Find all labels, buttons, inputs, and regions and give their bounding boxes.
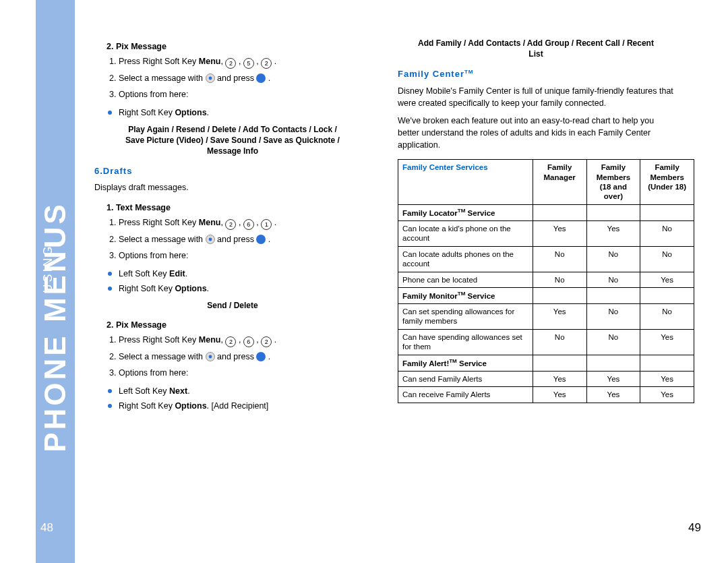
page-number-right: 49 [688,521,701,535]
key-5-icon: 5 [243,58,254,69]
table-row: Family Alert!TM Service [398,355,694,371]
value-cell [533,204,586,220]
key-2-icon: 2 [225,58,236,69]
value-cell: Yes [533,221,586,247]
tab-main-text: PHONE MENUS [38,202,72,452]
value-cell: No [533,246,586,272]
nav-icon [206,235,215,244]
value-cell: No [640,246,694,272]
value-cell: No [640,304,694,330]
key-2-icon: 2 [225,219,236,230]
service-cell: Family Alert!TM Service [398,355,533,371]
table-row: Can set spending allowances for family m… [398,304,694,330]
table-row: Family MonitorTM Service [398,287,694,303]
service-cell: Can set spending allowances for family m… [398,304,533,330]
drafts-heading: 6.Drafts [94,166,371,176]
value-cell: No [586,329,640,355]
key-1-icon: 1 [261,219,272,230]
send-delete: Send / Delete [121,300,344,311]
value-cell [533,287,586,303]
pix-steps: Press Right Soft Key Menu, 2 , 5 , 2 . S… [108,55,371,101]
svg-point-1 [208,77,212,80]
table-row: Can send Family AlertsYesYesYes [398,371,694,386]
ok-icon [256,73,266,83]
drafts-intro: Displays draft messages. [94,181,371,194]
value-cell: No [533,329,586,355]
step-2: Select a message with and press . [119,72,371,85]
col-members-18over: FamilyMembers(18 and over) [586,160,640,205]
value-cell: No [586,272,640,287]
left-column: 2. Pix Message Press Right Soft Key Menu… [94,32,371,415]
value-cell: Yes [640,329,694,355]
value-cell [640,204,694,220]
value-cell [586,204,640,220]
bullet-options: Right Soft Key Options. [108,283,371,295]
service-cell: Can send Family Alerts [398,371,533,386]
value-cell [586,287,640,303]
value-cell: Yes [533,371,586,386]
value-cell: No [586,304,640,330]
value-cell [586,355,640,371]
text-message-heading: 1. Text Message [107,203,371,212]
bullet-options-recipient: Right Soft Key Options. [Add Recipient] [108,400,371,412]
key-2-icon: 2 [225,336,236,347]
service-cell: Family LocatorTM Service [398,204,533,220]
service-cell: Can locate adults phones on the account [398,246,533,272]
table-row: Family LocatorTM Service [398,204,694,220]
service-cell: Can locate a kid's phone on the account [398,221,533,247]
key-6-icon: 6 [243,336,254,347]
table-row: Can receive Family AlertsYesYesYes [398,387,694,403]
svg-point-5 [208,355,212,359]
service-cell: Phone can be located [398,272,533,287]
value-cell: Yes [586,371,640,386]
nav-icon [206,352,215,361]
value-cell: Yes [533,387,586,403]
service-cell: Can receive Family Alerts [398,387,533,403]
step-1: Press Right Soft Key Menu, 2 , 5 , 2 . [119,55,371,69]
value-cell: Yes [640,272,694,287]
right-column: Add Family / Add Contacts / Add Group / … [398,32,674,403]
value-cell: No [533,272,586,287]
value-cell [533,355,586,371]
step-3: Options from here: [119,367,371,380]
key-2-icon: 2 [261,58,272,69]
ok-icon [256,235,266,244]
table-row: Can have spending allowances set for the… [398,329,694,355]
value-cell: No [586,246,640,272]
bullet-options: Right Soft Key Options. [108,107,371,119]
table-row: Can locate adults phones on the accountN… [398,246,694,272]
pix-message-heading: 2. Pix Message [107,42,371,51]
table-row: Can locate a kid's phone on the accountY… [398,221,694,247]
step-2: Select a message with and press . [119,233,371,246]
col-members-under18: FamilyMembers(Under 18) [640,160,694,205]
family-center-para-2: We've broken each feature out into an ea… [398,115,674,151]
options-list: Play Again / Resend / Delete / Add To Co… [121,124,344,157]
value-cell: Yes [533,304,586,330]
family-center-para-1: Disney Mobile's Family Center is full of… [398,85,674,109]
page-number-left: 48 [40,521,53,535]
pix2-steps: Press Right Soft Key Menu, 2 , 6 , 2 . S… [108,334,371,380]
value-cell: No [640,221,694,247]
step-3: Options from here: [119,249,371,262]
bullet-next: Left Soft Key Next. [108,385,371,397]
family-center-heading: Family CenterTM [398,69,674,79]
key-2-icon: 2 [261,336,272,347]
section-tab: USING PHONE MENUS [36,0,75,563]
service-cell: Family MonitorTM Service [398,287,533,303]
add-family-line: Add Family / Add Contacts / Add Group / … [418,38,654,59]
table-row: Phone can be locatedNoNoYes [398,272,694,287]
ok-icon [256,352,266,361]
pix-message-heading-2: 2. Pix Message [107,320,371,330]
step-1: Press Right Soft Key Menu, 2 , 6 , 2 . [119,334,371,347]
value-cell: Yes [586,221,640,247]
svg-point-3 [208,238,212,241]
family-services-table: Family Center Services FamilyManager Fam… [398,159,694,403]
table-header-row: Family Center Services FamilyManager Fam… [398,160,694,205]
step-3: Options from here: [119,88,371,101]
value-cell: Yes [640,371,694,386]
step-1: Press Right Soft Key Menu, 2 , 6 , 1 . [119,216,371,230]
nav-icon [206,73,215,83]
value-cell [640,355,694,371]
step-2: Select a message with and press . [119,351,371,363]
col-manager: FamilyManager [533,160,586,205]
